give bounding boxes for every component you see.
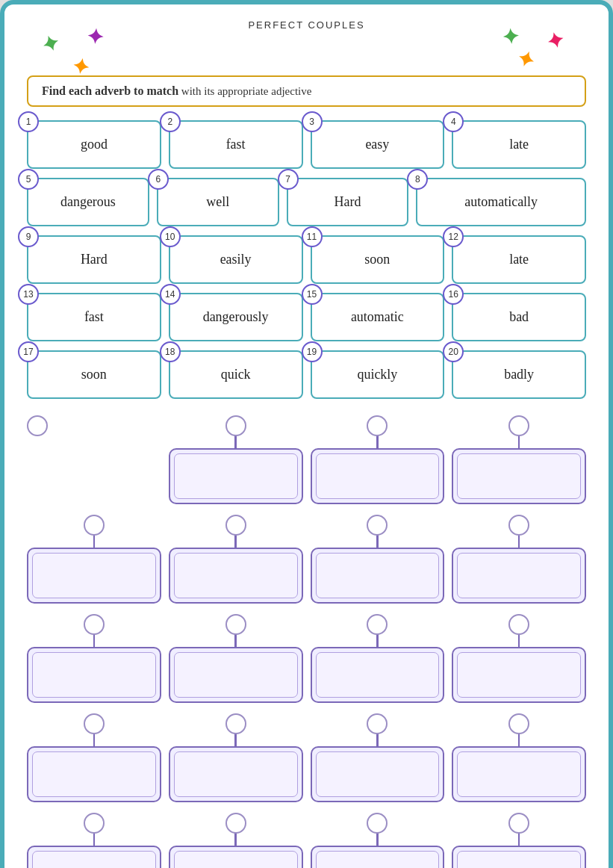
card-num-1: 1 [18, 111, 39, 132]
answer-box-a3[interactable] [311, 448, 445, 504]
answer-pair-e3 [311, 813, 445, 868]
word-card-19: 19 quickly [311, 350, 445, 399]
answer-pair-b3 [311, 515, 445, 604]
answer-circle-e3 [367, 813, 388, 834]
answer-pair-d2 [169, 713, 303, 802]
answer-pair-e2 [169, 813, 303, 868]
card-num-7: 7 [278, 169, 299, 190]
answer-box-c1[interactable] [27, 647, 161, 703]
answer-pair-c3 [311, 614, 445, 703]
card-num-15: 15 [302, 284, 323, 305]
words-row-4: 13 fast 14 dangerously 15 automatic 16 b… [27, 293, 586, 341]
answer-connector-a4 [518, 435, 520, 448]
answer-box-inner-c4 [457, 652, 581, 698]
word-12: late [509, 252, 529, 267]
card-num-9: 9 [18, 226, 39, 247]
answer-box-c3[interactable] [311, 647, 445, 703]
answer-box-d2[interactable] [169, 746, 303, 802]
answer-pair-a3 [311, 415, 445, 504]
answer-box-inner-c3 [316, 652, 440, 698]
answer-circle-c3 [367, 614, 388, 635]
answer-box-a4[interactable] [452, 448, 586, 504]
star-decoration-4: ✦ [544, 29, 566, 54]
answer-box-c2[interactable] [169, 647, 303, 703]
lone-circle-a1 [27, 415, 48, 436]
answer-box-d3[interactable] [311, 746, 445, 802]
answer-box-d1[interactable] [27, 746, 161, 802]
word-card-13: 13 fast [27, 293, 161, 341]
answer-connector-c2 [234, 633, 237, 647]
word-8: automatically [464, 194, 538, 210]
word-19: quickly [357, 367, 397, 382]
answer-box-e3[interactable] [311, 846, 445, 868]
word-card-7: 7 Hard [287, 178, 409, 226]
answer-pair-c1 [27, 614, 161, 703]
answer-box-e1[interactable] [27, 846, 161, 868]
card-num-16: 16 [443, 284, 464, 305]
answer-connector-b2 [234, 534, 237, 548]
answer-connector-e2 [234, 832, 237, 846]
answer-box-e4[interactable] [452, 846, 586, 868]
answer-circle-a2 [225, 415, 246, 436]
answer-pair-d3 [311, 713, 445, 802]
answer-circle-a4 [508, 415, 529, 436]
answer-circle-c2 [225, 614, 246, 635]
word-card-20: 20 badly [452, 350, 586, 399]
word-17: soon [81, 367, 107, 382]
word-11: soon [364, 252, 390, 267]
answer-box-e2[interactable] [169, 846, 303, 868]
answer-box-d4[interactable] [452, 746, 586, 802]
answer-circle-b3 [367, 515, 388, 536]
answer-pair-b1 [27, 515, 161, 604]
answer-box-inner-b4 [457, 553, 581, 598]
answer-row-c [27, 614, 586, 703]
word-18: quick [221, 367, 251, 382]
answer-pair-b4 [452, 515, 586, 604]
answer-box-inner-d1 [32, 751, 156, 797]
word-card-18: 18 quick [169, 350, 303, 399]
word-card-11: 11 soon [311, 235, 445, 284]
card-num-10: 10 [160, 226, 181, 247]
word-card-9: 9 Hard [27, 235, 161, 284]
answer-box-inner-d3 [316, 751, 440, 797]
word-10: easily [220, 252, 252, 267]
answer-pair-c4 [452, 614, 586, 703]
answer-box-inner-b1 [32, 553, 156, 598]
answer-box-b2[interactable] [169, 548, 303, 604]
page: ✦ ✦ ✦ ✦ ✦ ✦ PERFECT COUPLES Find each ad… [0, 0, 613, 868]
answer-circle-c4 [508, 614, 529, 635]
word-card-4: 4 late [452, 120, 586, 169]
answer-connector-e1 [93, 832, 96, 846]
word-card-8: 8 automatically [416, 178, 586, 226]
word-16: bad [509, 309, 529, 325]
answer-box-a2[interactable] [169, 448, 303, 504]
answer-box-c4[interactable] [452, 647, 586, 703]
answer-row-a [27, 415, 586, 504]
answer-circle-d4 [508, 713, 529, 734]
answer-box-inner-a3 [316, 453, 440, 499]
answer-box-b1[interactable] [27, 548, 161, 604]
word-3: easy [365, 137, 389, 152]
word-card-16: 16 bad [452, 293, 586, 341]
card-num-3: 3 [302, 111, 323, 132]
answer-connector-a3 [376, 435, 379, 448]
word-card-17: 17 soon [27, 350, 161, 399]
answer-box-inner-c2 [174, 652, 298, 698]
word-2: fast [226, 137, 246, 152]
answer-connector-e3 [376, 832, 379, 846]
answer-box-b4[interactable] [452, 548, 586, 604]
answer-row-b [27, 515, 586, 604]
word-7: Hard [334, 194, 361, 210]
words-row-5: 17 soon 18 quick 19 quickly 20 badly [27, 350, 586, 399]
word-20: badly [504, 367, 534, 382]
answer-circle-e2 [225, 813, 246, 834]
answer-section [27, 415, 586, 868]
answer-box-b3[interactable] [311, 548, 445, 604]
instruction-bold: Find each adverb to match [42, 84, 178, 97]
star-decoration-6: ✦ [501, 26, 520, 49]
answer-pair-e4 [452, 813, 586, 868]
answer-connector-a2 [234, 435, 237, 448]
card-num-19: 19 [302, 341, 323, 362]
answer-connector-b1 [93, 534, 96, 548]
card-num-4: 4 [443, 111, 464, 132]
